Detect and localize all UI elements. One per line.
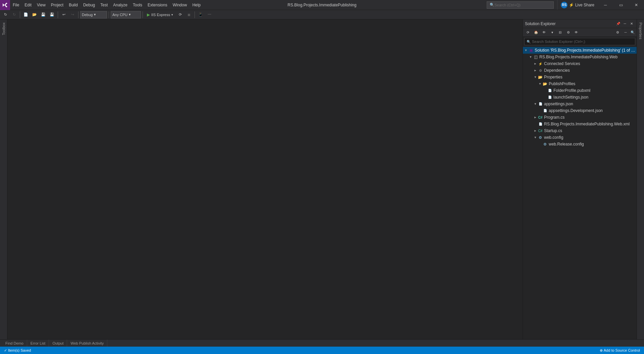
live-share-button[interactable]: RS ⚡ Live Share	[557, 0, 598, 10]
menu-window[interactable]: Window	[170, 0, 190, 10]
se-sync-button[interactable]: ⟳	[524, 29, 532, 36]
menu-tools[interactable]: Tools	[130, 0, 145, 10]
launchsettings-label: launchSettings.json	[553, 95, 588, 100]
editor-area	[7, 19, 523, 339]
close-button[interactable]: ✕	[629, 0, 644, 10]
se-search-box[interactable]: 🔍 Search Solution Explorer (Ctrl+;)	[524, 38, 635, 45]
se-search-button[interactable]: 🔍	[630, 30, 635, 35]
toolbar-devices[interactable]: 📱	[197, 11, 205, 19]
menu-test[interactable]: Test	[98, 0, 110, 10]
appsettings-icon: 📄	[538, 101, 543, 107]
minimize-button[interactable]: ─	[598, 0, 613, 10]
toolbar-separator-1	[20, 11, 20, 18]
se-close-button[interactable]: ✕	[629, 21, 635, 27]
search-bar[interactable]: 🔍 Search (Ctrl+Q)	[487, 1, 554, 9]
tab-error-list[interactable]: Error List	[27, 340, 49, 347]
solution-arrow: ▼	[524, 49, 528, 52]
menu-bar: File Edit View Project Build Debug Test …	[10, 0, 557, 10]
tree-item-webconfig[interactable]: ▼ ⚙ web.config	[523, 134, 637, 141]
debug-config-arrow: ▾	[94, 12, 96, 17]
tree-item-webxml[interactable]: 📄 RS.Blog.Projects.ImmediatePublishing.W…	[523, 121, 637, 127]
se-preview-button[interactable]: 👁	[573, 29, 580, 36]
tree-item-programcs[interactable]: ► C# Program.cs	[523, 114, 637, 121]
toolbar-undo-refresh[interactable]: ↻	[10, 11, 18, 19]
se-header: Solution Explorer 📌 ─ ✕	[523, 19, 637, 28]
se-filter-button[interactable]: ▾	[548, 29, 556, 36]
toolbox-strip: Toolbox	[0, 19, 7, 339]
tree-item-publishprofiles[interactable]: ▼ 📂 PublishProfiles	[523, 80, 637, 87]
se-home-button[interactable]: 🏠	[532, 29, 540, 36]
menu-analyze[interactable]: Analyze	[110, 0, 130, 10]
menu-extensions[interactable]: Extensions	[145, 0, 170, 10]
menu-file[interactable]: File	[10, 0, 22, 10]
tree-item-webrelease[interactable]: ⚙ web.Release.config	[523, 141, 637, 148]
tree-item-appsettingsdev[interactable]: 📄 appsettings.Development.json	[523, 107, 637, 114]
toolbar-stop[interactable]: ⏹	[185, 11, 193, 19]
se-more-button[interactable]: ─	[622, 29, 629, 36]
se-pin-button[interactable]: 📌	[615, 21, 621, 27]
toolbar-separator-5	[143, 11, 143, 18]
toolbar-save[interactable]: 💾	[39, 11, 47, 19]
toolbar-open[interactable]: 📂	[31, 11, 39, 19]
tree-item-folderprofile[interactable]: 📄 FolderProfile.pubxml	[523, 87, 637, 94]
toolbar-redo[interactable]: ↪	[68, 11, 76, 19]
toolbar-new[interactable]: 📄	[22, 11, 30, 19]
toolbar-attach[interactable]: ⟳	[176, 11, 184, 19]
tree-item-project[interactable]: ▼ ◫ RS.Blog.Projects.ImmediatePublishing…	[523, 54, 637, 60]
toolbar-refresh[interactable]: ↻	[1, 11, 9, 19]
properties-icon: 📂	[538, 74, 543, 80]
toolbar-separator-4	[109, 11, 109, 18]
menu-help[interactable]: Help	[190, 0, 203, 10]
menu-build[interactable]: Build	[66, 0, 80, 10]
folderprofile-label: FolderProfile.pubxml	[553, 88, 590, 93]
launchsettings-icon: 📄	[547, 95, 552, 100]
se-collapse-all[interactable]: ⊟	[556, 29, 564, 36]
se-show-all[interactable]: 👁	[540, 29, 548, 36]
tree-item-dependencies[interactable]: ► ⚙ Dependencies	[523, 67, 637, 74]
tree-item-connected[interactable]: ► ⚡ Connected Services	[523, 60, 637, 67]
tree-item-solution[interactable]: ▼ ▣ Solution 'RS.Blog.Projects.Immediate…	[523, 47, 637, 54]
add-to-source-control[interactable]: ⊕ Add to Source Control	[598, 347, 641, 354]
se-search-placeholder: Search Solution Explorer (Ctrl+;)	[532, 40, 585, 44]
solution-icon: ▣	[528, 48, 534, 53]
bottom-tabs: Find Demo Error List Output Web Publish …	[0, 339, 644, 347]
webconfig-icon: ⚙	[538, 135, 543, 140]
properties-panel-label[interactable]: Properties	[639, 21, 643, 41]
toolbar-more[interactable]: ⋯	[205, 11, 213, 19]
vs-logo[interactable]	[0, 0, 10, 10]
toolbar-separator-3	[78, 11, 78, 18]
restore-button[interactable]: ▭	[613, 0, 629, 10]
menu-view[interactable]: View	[34, 0, 48, 10]
cpu-dropdown[interactable]: Any CPU ▾	[111, 11, 141, 18]
tree-item-appsettings[interactable]: ▼ 📄 appsettings.json	[523, 101, 637, 107]
dependencies-label: Dependencies	[544, 68, 570, 73]
connected-icon: ⚡	[538, 61, 543, 66]
webxml-label: RS.Blog.Projects.ImmediatePublishing.Web…	[544, 122, 630, 126]
play-icon: ▶	[147, 12, 150, 17]
toolbar-save-all[interactable]: 💾	[48, 11, 56, 19]
menu-project[interactable]: Project	[48, 0, 66, 10]
tree-item-properties[interactable]: ▼ 📂 Properties	[523, 74, 637, 80]
menu-debug[interactable]: Debug	[80, 0, 98, 10]
tab-web-publish[interactable]: Web Publish Activity	[67, 340, 107, 347]
se-minimize-button[interactable]: ─	[622, 21, 628, 27]
toolbar-separator-2	[58, 11, 58, 18]
status-saved[interactable]: ✓ Item(s) Saved	[3, 347, 32, 354]
debug-config-dropdown[interactable]: Debug ▾	[80, 11, 107, 18]
tab-output[interactable]: Output	[49, 340, 67, 347]
run-button[interactable]: ▶ IIS Express ▾	[145, 11, 175, 18]
toolbox-label[interactable]: Toolbox	[2, 21, 6, 37]
tab-find-demo[interactable]: Find Demo	[2, 340, 27, 347]
se-toolbar: ⟳ 🏠 👁 ▾ ⊟ ⚙ 👁 ⚙ ─ 🔍	[523, 28, 637, 37]
tree-item-startupcs[interactable]: ► C# Startup.cs	[523, 127, 637, 134]
toolbar-undo[interactable]: ↩	[60, 11, 68, 19]
webxml-icon: 📄	[538, 121, 543, 127]
main-content: Toolbox Solution Explorer 📌 ─ ✕ ⟳ 🏠 👁 ▾ …	[0, 19, 644, 347]
tree-item-launchsettings[interactable]: 📄 launchSettings.json	[523, 94, 637, 101]
se-settings-button[interactable]: ⚙	[614, 29, 621, 36]
solution-label: Solution 'RS.Blog.Projects.ImmediatePubl…	[535, 48, 635, 53]
run-label: IIS Express	[151, 13, 170, 17]
menu-edit[interactable]: Edit	[22, 0, 34, 10]
right-strip: Properties	[637, 19, 644, 339]
se-props-button[interactable]: ⚙	[565, 29, 572, 36]
